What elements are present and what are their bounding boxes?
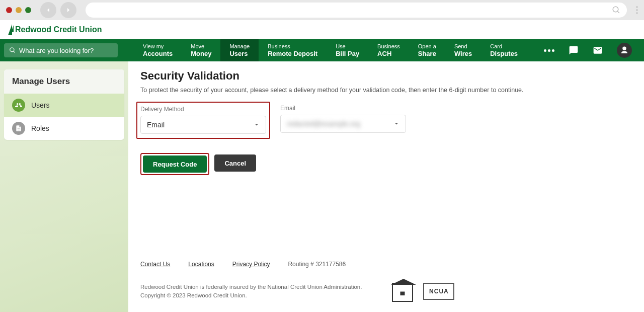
sidebar-item-users[interactable]: Users [4,94,124,117]
tree-icon [8,24,12,35]
footer-copyright: Copyright © 2023 Redwood Credit Union. [140,291,362,300]
brand-name: Redwood Credit Union [15,25,102,34]
request-code-button[interactable]: Request Code [143,155,207,173]
chevron-down-icon [254,122,260,128]
sidebar-item-roles[interactable]: Roles [4,117,124,140]
search-icon [612,6,621,15]
ncua-logo: NCUA [423,283,454,300]
window-minimize-icon[interactable] [16,7,22,13]
address-bar[interactable] [86,3,627,18]
page-title: Security Validation [140,69,627,83]
nav-item-users[interactable]: ManageUsers [220,39,259,61]
browser-chrome [0,0,644,20]
nav-search-placeholder: What are you looking for? [19,47,94,54]
email-label: Email [280,105,406,112]
email-select[interactable]: redacted@example.org [280,115,406,133]
mail-icon[interactable] [593,45,603,55]
footer: Contact Us Locations Privacy Policy Rout… [140,246,627,312]
cancel-button[interactable]: Cancel [214,154,256,172]
footer-link-contact[interactable]: Contact Us [140,261,170,268]
routing-number: Routing # 321177586 [288,261,346,268]
delivery-method-value: Email [147,121,165,129]
sidebar-item-label: Users [31,101,50,109]
person-icon [620,46,629,55]
browser-forward-button[interactable] [60,2,76,18]
nav-item-remote-deposit[interactable]: BusinessRemote Deposit [259,39,327,61]
nav-item-wires[interactable]: SendWires [445,39,481,61]
nav-search-input[interactable]: What are you looking for? [4,43,118,57]
sidebar-title: Manage Users [4,69,124,94]
window-close-icon[interactable] [6,7,12,13]
users-icon [12,99,25,112]
chevron-down-icon [393,121,399,127]
main-nav: What are you looking for? View myAccount… [0,39,644,61]
request-code-highlight: Request Code [140,153,209,175]
delivery-method-label: Delivery Method [140,106,266,113]
equal-housing-icon [392,283,413,302]
brand-logo[interactable]: Redwood Credit Union [8,24,102,35]
nav-item-ach[interactable]: BusinessACH [368,39,409,61]
browser-menu-icon[interactable] [636,6,638,14]
chat-icon[interactable] [569,45,579,55]
sidebar-item-label: Roles [31,124,49,132]
roles-icon [12,122,25,135]
nav-item-disputes[interactable]: CardDisputes [481,39,527,61]
nav-more-icon[interactable] [544,49,554,52]
avatar[interactable] [617,43,632,58]
nav-item-bill-pay[interactable]: UseBill Pay [327,39,368,61]
window-controls [6,7,31,13]
nav-item-share[interactable]: Open aShare [409,39,445,61]
delivery-method-select[interactable]: Email [140,116,266,134]
main-content: Security Validation To protect the secur… [128,61,644,312]
browser-back-button[interactable] [40,2,56,18]
nav-item-accounts[interactable]: View myAccounts [134,39,182,61]
svg-rect-0 [400,292,405,296]
nav-item-money[interactable]: MoveMoney [182,39,220,61]
page-description: To protect the security of your account,… [140,87,627,94]
footer-disclosure: Redwood Credit Union is federally insure… [140,283,362,291]
email-value: redacted@example.org [287,120,360,128]
search-icon [9,47,16,54]
delivery-method-highlight: Delivery Method Email [136,102,270,139]
footer-link-privacy[interactable]: Privacy Policy [232,261,270,268]
window-maximize-icon[interactable] [25,7,31,13]
footer-link-locations[interactable]: Locations [188,261,214,268]
logo-bar: Redwood Credit Union [0,20,644,39]
sidebar: Manage Users Users Roles [0,61,128,312]
